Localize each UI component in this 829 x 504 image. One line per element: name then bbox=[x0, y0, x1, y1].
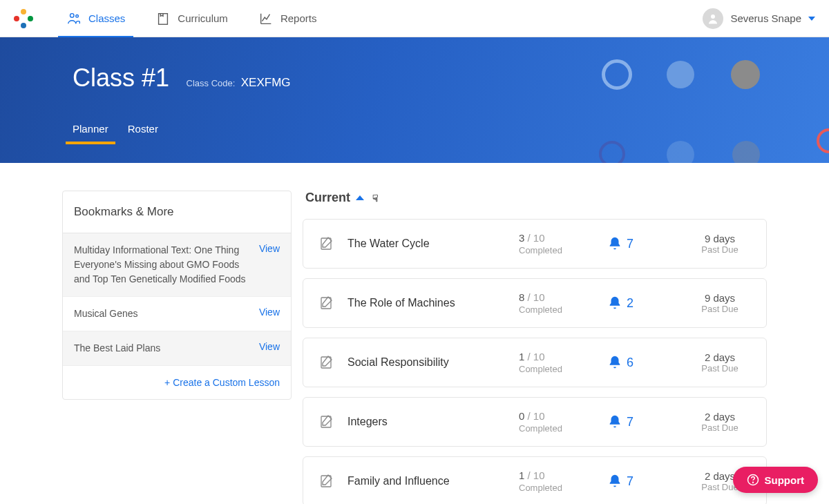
lesson-progress: 1 / 10Completed bbox=[519, 351, 595, 374]
bell-count: 2 bbox=[627, 296, 633, 311]
note-icon bbox=[318, 295, 335, 311]
bookmark-title: Multiday Informational Text: One Thing E… bbox=[74, 243, 251, 287]
lesson-card[interactable]: The Water Cycle 3 / 10Completed 7 9 days… bbox=[303, 219, 767, 269]
book-icon bbox=[155, 11, 171, 26]
lesson-notifications[interactable]: 7 bbox=[607, 414, 656, 429]
lesson-notifications[interactable]: 7 bbox=[607, 236, 656, 251]
lesson-progress: 1 / 10Completed bbox=[519, 469, 595, 493]
bookmarks-panel: Bookmarks & More Multiday Informational … bbox=[62, 191, 292, 400]
current-toggle[interactable]: Current ☟ bbox=[303, 191, 767, 205]
class-title: Class #1 bbox=[73, 64, 169, 93]
note-icon bbox=[318, 473, 335, 490]
bookmark-item[interactable]: Multiday Informational Text: One Thing E… bbox=[63, 233, 291, 297]
nav-curriculum[interactable]: Curriculum bbox=[155, 0, 228, 37]
bell-icon bbox=[607, 414, 622, 429]
lesson-card[interactable]: Integers 0 / 10Completed 7 2 days Past D… bbox=[303, 397, 767, 447]
bell-count: 7 bbox=[627, 474, 633, 489]
lesson-card[interactable]: The Role of Machines 8 / 10Completed 2 9… bbox=[303, 278, 767, 328]
top-nav: Classes Curriculum Reports Severus Snape bbox=[0, 0, 829, 37]
tab-roster[interactable]: Roster bbox=[128, 123, 158, 144]
tab-planner[interactable]: Planner bbox=[73, 123, 108, 144]
bookmark-view-link[interactable]: View bbox=[259, 307, 280, 318]
svg-point-3 bbox=[711, 14, 715, 19]
lesson-title: Family and Influence bbox=[347, 475, 506, 487]
bookmark-title: The Best Laid Plans bbox=[74, 341, 251, 356]
bookmark-view-link[interactable]: View bbox=[259, 341, 280, 352]
svg-point-0 bbox=[70, 13, 75, 17]
chart-icon bbox=[258, 11, 274, 26]
current-panel: Current ☟ The Water Cycle 3 / 10Complete… bbox=[303, 191, 767, 504]
nav-classes-label: Classes bbox=[88, 12, 125, 24]
lesson-due: 2 days Past Due bbox=[689, 411, 751, 433]
nav-reports[interactable]: Reports bbox=[258, 0, 317, 37]
lesson-progress: 8 / 10Completed bbox=[519, 291, 595, 315]
bookmark-view-link[interactable]: View bbox=[259, 243, 280, 254]
lesson-title: The Water Cycle bbox=[347, 238, 506, 250]
support-button[interactable]: Support bbox=[733, 467, 819, 493]
caret-up-icon bbox=[356, 195, 364, 200]
nav-curriculum-label: Curriculum bbox=[178, 12, 228, 24]
bell-icon bbox=[607, 355, 622, 370]
nav-reports-label: Reports bbox=[280, 12, 317, 24]
people-icon bbox=[66, 11, 82, 26]
nav-classes[interactable]: Classes bbox=[66, 0, 125, 37]
user-name: Severus Snape bbox=[730, 12, 801, 24]
lesson-due: 9 days Past Due bbox=[689, 292, 751, 314]
lesson-progress: 0 / 10Completed bbox=[519, 410, 595, 434]
class-header: Class #1 Class Code: XEXFMG Planner Rost… bbox=[0, 37, 829, 163]
user-menu[interactable]: Severus Snape bbox=[703, 8, 815, 29]
bookmarks-heading: Bookmarks & More bbox=[63, 191, 291, 233]
bookmark-title: Musical Genes bbox=[74, 307, 251, 321]
svg-point-10 bbox=[752, 482, 753, 483]
bell-icon bbox=[607, 236, 622, 251]
bell-icon bbox=[607, 295, 622, 311]
bookmark-item[interactable]: The Best Laid Plans View bbox=[63, 331, 291, 366]
lesson-notifications[interactable]: 2 bbox=[607, 295, 656, 311]
lesson-card[interactable]: Social Responsibility 1 / 10Completed 6 … bbox=[303, 338, 767, 387]
avatar-icon bbox=[703, 8, 723, 29]
bell-icon bbox=[607, 474, 622, 489]
class-code-value: XEXFMG bbox=[241, 76, 291, 89]
bookmark-item[interactable]: Musical Genes View bbox=[63, 297, 291, 331]
lesson-notifications[interactable]: 6 bbox=[607, 355, 656, 370]
current-heading: Current bbox=[305, 191, 350, 205]
lesson-title: The Role of Machines bbox=[347, 297, 506, 309]
bell-count: 6 bbox=[627, 356, 633, 370]
lesson-notifications[interactable]: 7 bbox=[607, 474, 656, 489]
note-icon bbox=[318, 354, 335, 371]
bell-count: 7 bbox=[627, 415, 633, 429]
lesson-title: Integers bbox=[347, 416, 506, 428]
logo[interactable] bbox=[14, 9, 33, 28]
lesson-card[interactable]: Family and Influence 1 / 10Completed 7 2… bbox=[303, 456, 767, 504]
cursor-icon: ☟ bbox=[372, 193, 379, 204]
class-code-label: Class Code: bbox=[187, 78, 236, 88]
bell-count: 7 bbox=[627, 237, 633, 251]
create-lesson-link[interactable]: + Create a Custom Lesson bbox=[63, 366, 291, 399]
lesson-title: Social Responsibility bbox=[347, 356, 506, 369]
svg-point-1 bbox=[76, 14, 79, 17]
caret-down-icon bbox=[808, 17, 815, 21]
lesson-due: 9 days Past Due bbox=[689, 233, 751, 255]
note-icon bbox=[318, 414, 335, 430]
lesson-progress: 3 / 10Completed bbox=[519, 232, 595, 255]
help-icon bbox=[747, 474, 759, 486]
note-icon bbox=[318, 235, 335, 252]
lesson-due: 2 days Past Due bbox=[689, 351, 751, 374]
main-content: Bookmarks & More Multiday Informational … bbox=[0, 163, 829, 504]
support-label: Support bbox=[765, 474, 805, 486]
